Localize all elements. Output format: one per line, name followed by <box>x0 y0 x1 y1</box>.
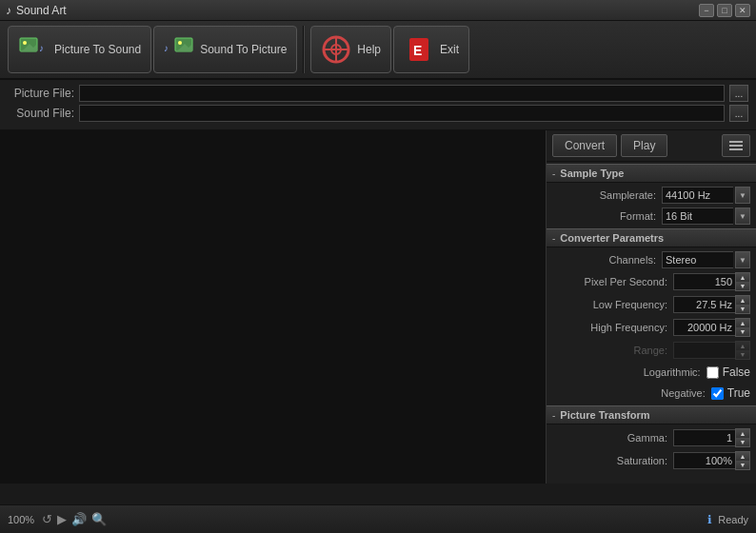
channels-label: Channels: <box>552 254 662 266</box>
high-frequency-down[interactable]: ▼ <box>736 327 749 336</box>
titlebar-left: ♪ Sound Art <box>6 4 67 17</box>
picture-browse-button[interactable]: ... <box>729 85 748 102</box>
pixel-per-second-up[interactable]: ▲ <box>736 273 749 282</box>
convert-button[interactable]: Convert <box>552 134 617 157</box>
converter-params-header[interactable]: - Converter Parametrs <box>547 228 756 247</box>
low-frequency-down[interactable]: ▼ <box>736 305 749 313</box>
logarithmic-label: Logarithmic: <box>552 366 706 378</box>
undo-icon[interactable]: ↺ <box>42 512 52 526</box>
gamma-up[interactable]: ▲ <box>736 429 749 438</box>
picture-transform-collapse: - <box>552 410 555 421</box>
pixel-per-second-display: 150 <box>673 273 735 290</box>
saturation-display: 100% <box>673 452 735 469</box>
channels-value: Stereo ▼ <box>662 251 750 268</box>
channels-dropdown[interactable]: ▼ <box>735 251 750 268</box>
minimize-button[interactable]: − <box>699 4 714 17</box>
sound-file-input[interactable] <box>79 105 725 122</box>
zoom-level: 100% <box>8 514 34 525</box>
picture-to-sound-icon: ♪ <box>18 34 49 65</box>
converter-params-title: Converter Parametrs <box>560 232 664 244</box>
saturation-up[interactable]: ▲ <box>736 452 749 461</box>
converter-params-section: - Converter Parametrs Channels: Stereo ▼… <box>547 227 756 404</box>
logarithmic-checkbox-wrap: False <box>706 365 750 379</box>
negative-text: True <box>727 386 750 400</box>
logarithmic-text: False <box>723 365 750 379</box>
sample-type-header[interactable]: - Sample Type <box>547 164 756 183</box>
settings-button[interactable] <box>722 134 750 157</box>
picture-transform-title: Picture Transform <box>560 409 649 421</box>
picture-file-input[interactable] <box>79 85 725 102</box>
svg-point-1 <box>23 41 27 45</box>
gamma-down[interactable]: ▼ <box>736 438 749 446</box>
svg-rect-14 <box>729 141 743 143</box>
close-button[interactable]: ✕ <box>735 4 750 17</box>
saturation-down[interactable]: ▼ <box>736 461 749 469</box>
samplerate-label: Samplerate: <box>552 189 662 201</box>
samplerate-dropdown[interactable]: ▼ <box>735 187 750 204</box>
help-button[interactable]: Help <box>310 26 391 73</box>
zoom-icon[interactable]: 🔍 <box>91 512 107 526</box>
main-content: Convert Play - Sample Type Samplerate: 4… <box>0 130 756 484</box>
volume-icon[interactable]: 🔊 <box>71 512 87 526</box>
sound-file-row: Sound File: ... <box>8 105 748 122</box>
saturation-spin-btns: ▲ ▼ <box>735 451 750 470</box>
range-spin-btns: ▲ ▼ <box>735 341 750 360</box>
negative-checkbox[interactable] <box>711 387 724 400</box>
exit-label: Exit <box>440 43 459 56</box>
range-label: Range: <box>552 345 673 356</box>
sound-to-picture-label: Sound To Picture <box>200 43 287 56</box>
low-frequency-row: Low Frequency: 27.5 Hz ▲ ▼ <box>547 293 756 316</box>
status-controls: ↺ ▶ 🔊 🔍 <box>42 512 107 526</box>
info-icon: ℹ <box>707 513 712 526</box>
samplerate-value: 44100 Hz ▼ <box>662 187 750 204</box>
saturation-label: Saturation: <box>552 455 673 466</box>
format-dropdown[interactable]: ▼ <box>735 207 750 225</box>
exit-button[interactable]: E Exit <box>393 26 469 73</box>
picture-transform-section: - Picture Transform Gamma: 1 ▲ ▼ Saturat… <box>547 404 756 472</box>
maximize-button[interactable]: □ <box>717 4 732 17</box>
ready-text: Ready <box>718 514 748 525</box>
play-icon[interactable]: ▶ <box>57 512 67 526</box>
low-frequency-label: Low Frequency: <box>552 299 673 310</box>
format-label: Format: <box>552 210 662 222</box>
pixel-per-second-row: Pixel Per Second: 150 ▲ ▼ <box>547 270 756 293</box>
high-frequency-label: High Frequency: <box>552 322 673 333</box>
high-frequency-up[interactable]: ▲ <box>736 319 749 327</box>
gamma-display: 1 <box>673 429 735 446</box>
high-frequency-row: High Frequency: 20000 Hz ▲ ▼ <box>547 316 756 339</box>
filearea: Picture File: ... Sound File: ... <box>0 80 756 130</box>
pixel-per-second-spinbox: 150 ▲ ▼ <box>673 272 750 291</box>
negative-label: Negative: <box>552 387 711 399</box>
range-up: ▲ <box>736 342 749 350</box>
negative-checkbox-wrap: True <box>711 386 750 400</box>
exit-icon: E <box>404 34 434 65</box>
picture-to-sound-label: Picture To Sound <box>54 43 141 56</box>
logarithmic-checkbox[interactable] <box>706 366 719 379</box>
range-spinbox: ▲ ▼ <box>673 341 750 360</box>
sound-browse-button[interactable]: ... <box>729 105 748 122</box>
channels-display: Stereo <box>662 251 733 268</box>
saturation-row: Saturation: 100% ▲ ▼ <box>547 449 756 472</box>
status-text: ℹ Ready <box>707 513 748 526</box>
converter-params-collapse: - <box>552 233 555 244</box>
app-title: Sound Art <box>16 4 67 17</box>
sound-to-picture-button[interactable]: ♪ Sound To Picture <box>153 26 297 73</box>
toolbar-separator <box>303 26 305 73</box>
sound-file-label: Sound File: <box>8 107 74 120</box>
channels-row: Channels: Stereo ▼ <box>547 249 756 270</box>
picture-transform-header[interactable]: - Picture Transform <box>547 405 756 424</box>
saturation-spinbox: 100% ▲ ▼ <box>673 451 750 470</box>
low-frequency-spin-btns: ▲ ▼ <box>735 295 750 314</box>
svg-rect-16 <box>729 148 743 150</box>
gamma-spinbox: 1 ▲ ▼ <box>673 428 750 447</box>
high-frequency-spinbox: 20000 Hz ▲ ▼ <box>673 318 750 337</box>
picture-file-row: Picture File: ... <box>8 85 748 102</box>
picture-to-sound-button[interactable]: ♪ Picture To Sound <box>8 26 151 73</box>
range-row: Range: ▲ ▼ <box>547 339 756 362</box>
low-frequency-up[interactable]: ▲ <box>736 296 749 305</box>
play-button[interactable]: Play <box>621 134 667 157</box>
pixel-per-second-down[interactable]: ▼ <box>736 282 749 290</box>
titlebar: ♪ Sound Art − □ ✕ <box>0 0 756 21</box>
range-display <box>673 342 735 359</box>
gamma-row: Gamma: 1 ▲ ▼ <box>547 426 756 449</box>
